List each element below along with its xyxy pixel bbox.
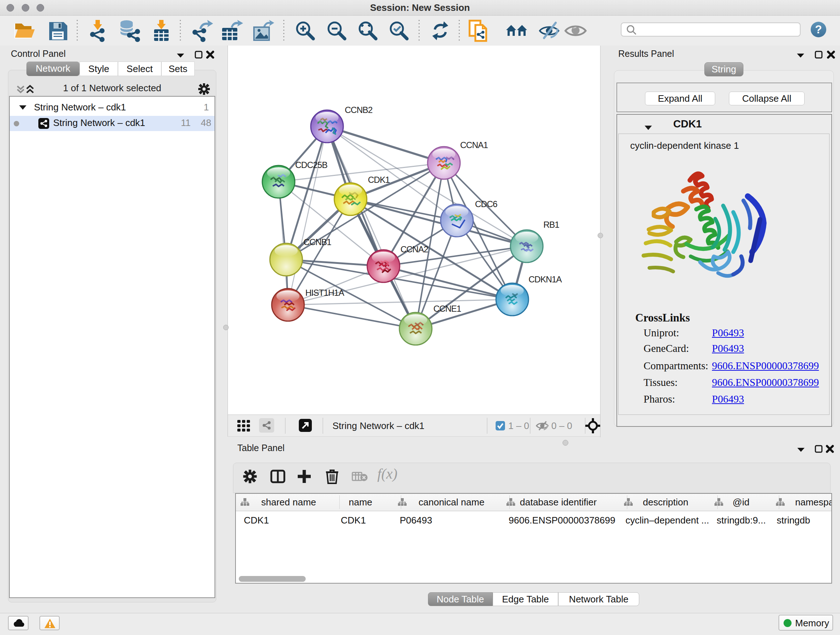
svg-text:CDC25B: CDC25B — [295, 160, 327, 170]
svg-text:CCNA1: CCNA1 — [460, 140, 488, 150]
svg-text:CDK1: CDK1 — [368, 175, 390, 185]
svg-text:HIST1H1A: HIST1H1A — [305, 288, 344, 298]
svg-text:CCNB1: CCNB1 — [303, 237, 332, 247]
svg-text:CDKN1A: CDKN1A — [529, 274, 562, 284]
svg-text:CCNB2: CCNB2 — [345, 105, 373, 115]
svg-text:CDC6: CDC6 — [475, 199, 497, 209]
svg-text:CCNE1: CCNE1 — [433, 304, 461, 314]
svg-text:CCNA2: CCNA2 — [401, 244, 428, 254]
svg-text:RB1: RB1 — [543, 220, 559, 230]
